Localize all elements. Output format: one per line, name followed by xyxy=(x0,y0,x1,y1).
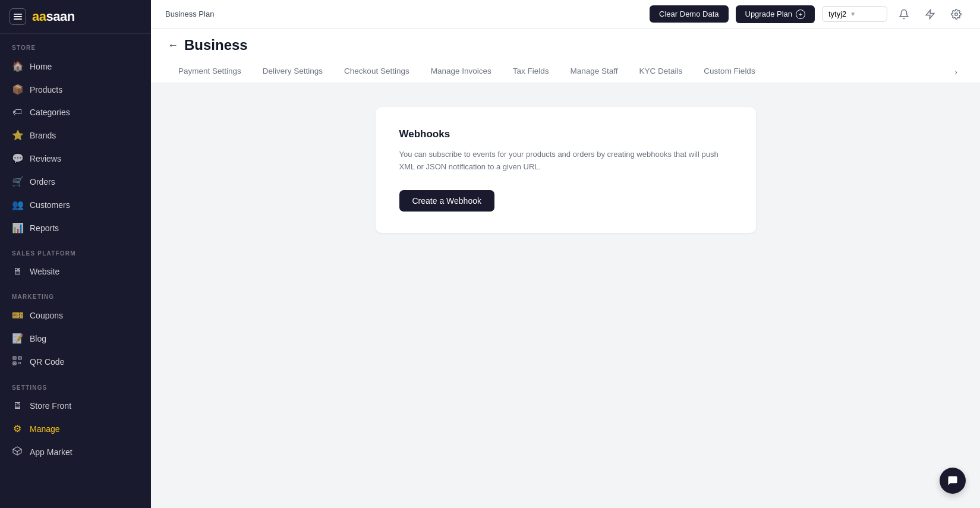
svg-rect-2 xyxy=(14,18,22,20)
plus-circle-icon: + xyxy=(796,10,805,19)
manage-icon: ⚙ xyxy=(12,423,23,434)
sidebar-item-orders[interactable]: 🛒 Orders xyxy=(0,170,151,193)
sidebar-item-home-label: Home xyxy=(30,62,52,71)
webhook-title: Webhooks xyxy=(399,128,732,140)
sidebar-item-blog[interactable]: 📝 Blog xyxy=(0,327,151,350)
categories-icon: 🏷 xyxy=(12,107,23,118)
sidebar-item-reviews[interactable]: 💬 Reviews xyxy=(0,147,151,170)
chat-bubble-button[interactable] xyxy=(940,468,966,494)
sidebar-item-brands-label: Brands xyxy=(30,131,56,140)
settings-icon[interactable] xyxy=(947,5,966,24)
tabs-container: Payment Settings Delivery Settings Check… xyxy=(168,61,963,83)
tab-manage-staff[interactable]: Manage Staff xyxy=(560,61,629,83)
reviews-icon: 💬 xyxy=(12,153,23,164)
section-label-sales: SALES PLATFORM xyxy=(0,239,151,260)
sidebar-item-qr-code[interactable]: QR Code xyxy=(0,350,151,374)
svg-rect-10 xyxy=(20,362,21,363)
sidebar-item-orders-label: Orders xyxy=(30,177,55,187)
sidebar-item-reviews-label: Reviews xyxy=(30,154,61,163)
sidebar-item-blog-label: Blog xyxy=(30,334,46,343)
sidebar-item-qr-code-label: QR Code xyxy=(30,357,64,367)
topbar: Business Plan Clear Demo Data Upgrade Pl… xyxy=(151,0,980,29)
chevron-down-icon: ▼ xyxy=(850,11,856,17)
sidebar-item-store-front[interactable]: 🖥 Store Front xyxy=(0,395,151,417)
section-label-settings: SETTINGS xyxy=(0,374,151,395)
svg-rect-0 xyxy=(14,14,22,15)
svg-rect-1 xyxy=(14,16,22,17)
sidebar-item-customers-label: Customers xyxy=(30,200,70,210)
store-front-icon: 🖥 xyxy=(12,400,23,411)
home-icon: 🏠 xyxy=(12,61,23,72)
create-webhook-button[interactable]: Create a Webhook xyxy=(399,190,494,212)
svg-rect-11 xyxy=(18,364,20,365)
tab-kyc-details[interactable]: KYC Details xyxy=(629,61,694,83)
tab-tax-fields[interactable]: Tax Fields xyxy=(502,61,560,83)
clear-demo-button[interactable]: Clear Demo Data xyxy=(650,5,728,23)
logo: aasaan xyxy=(32,9,75,24)
webhook-description: You can subscribe to events for your pro… xyxy=(399,149,732,173)
sidebar-item-coupons[interactable]: 🎫 Coupons xyxy=(0,304,151,327)
page-title: Business xyxy=(184,37,248,53)
webhook-card: Webhooks You can subscribe to events for… xyxy=(376,107,756,233)
sidebar-item-app-market-label: App Market xyxy=(30,447,73,457)
section-label-store: STORE xyxy=(0,34,151,55)
orders-icon: 🛒 xyxy=(12,176,23,187)
qr-code-icon xyxy=(12,356,23,368)
sidebar-toggle[interactable] xyxy=(10,8,26,25)
back-button[interactable]: ← xyxy=(168,39,178,52)
sidebar-item-manage[interactable]: ⚙ Manage xyxy=(0,417,151,440)
sidebar-item-coupons-label: Coupons xyxy=(30,311,63,320)
tab-custom-fields[interactable]: Custom Fields xyxy=(693,61,765,83)
sidebar-item-categories[interactable]: 🏷 Categories xyxy=(0,101,151,124)
section-label-marketing: MARKETING xyxy=(0,283,151,304)
sidebar-item-home[interactable]: 🏠 Home xyxy=(0,55,151,78)
tab-payment-settings[interactable]: Payment Settings xyxy=(168,61,252,83)
upgrade-label: Upgrade Plan xyxy=(745,10,793,18)
tab-checkout-settings[interactable]: Checkout Settings xyxy=(333,61,420,83)
page-header: ← Business Payment Settings Delivery Set… xyxy=(151,29,980,83)
svg-rect-8 xyxy=(14,363,15,364)
brands-icon: ⭐ xyxy=(12,130,23,141)
sidebar-item-manage-label: Manage xyxy=(30,424,60,434)
sidebar-item-website-label: Website xyxy=(30,267,59,276)
plan-label: Business Plan xyxy=(165,10,642,18)
lightning-icon[interactable] xyxy=(921,5,940,24)
sidebar-item-products[interactable]: 📦 Products xyxy=(0,78,151,101)
website-icon: 🖥 xyxy=(12,266,23,277)
content-area: Webhooks You can subscribe to events for… xyxy=(151,83,980,508)
sidebar-item-app-market[interactable]: App Market xyxy=(0,440,151,464)
sidebar: aasaan STORE 🏠 Home 📦 Products 🏷 Categor… xyxy=(0,0,151,508)
coupons-icon: 🎫 xyxy=(12,310,23,321)
sidebar-item-reports-label: Reports xyxy=(30,223,59,233)
sidebar-item-reports[interactable]: 📊 Reports xyxy=(0,216,151,239)
customers-icon: 👥 xyxy=(12,199,23,210)
sidebar-header: aasaan xyxy=(0,0,151,34)
svg-rect-9 xyxy=(18,362,20,363)
app-market-icon xyxy=(12,446,23,458)
svg-rect-6 xyxy=(14,358,15,359)
blog-icon: 📝 xyxy=(12,333,23,344)
sidebar-item-store-front-label: Store Front xyxy=(30,401,71,411)
sidebar-item-categories-label: Categories xyxy=(30,108,70,117)
store-selector[interactable]: tytyj2 ▼ xyxy=(822,6,887,22)
reports-icon: 📊 xyxy=(12,222,23,234)
svg-point-15 xyxy=(955,12,958,15)
tabs-scroll-right[interactable]: › xyxy=(949,62,963,81)
tab-delivery-settings[interactable]: Delivery Settings xyxy=(252,61,333,83)
svg-rect-12 xyxy=(20,364,21,365)
svg-marker-14 xyxy=(926,10,934,18)
svg-rect-7 xyxy=(20,358,21,359)
main-content: Business Plan Clear Demo Data Upgrade Pl… xyxy=(151,0,980,508)
notifications-icon[interactable] xyxy=(894,5,913,24)
sidebar-item-brands[interactable]: ⭐ Brands xyxy=(0,124,151,147)
sidebar-item-products-label: Products xyxy=(30,85,62,94)
upgrade-plan-button[interactable]: Upgrade Plan + xyxy=(736,5,815,23)
tab-manage-invoices[interactable]: Manage Invoices xyxy=(420,61,502,83)
sidebar-item-customers[interactable]: 👥 Customers xyxy=(0,193,151,216)
products-icon: 📦 xyxy=(12,84,23,95)
sidebar-item-website[interactable]: 🖥 Website xyxy=(0,260,151,283)
store-name: tytyj2 xyxy=(828,10,846,18)
